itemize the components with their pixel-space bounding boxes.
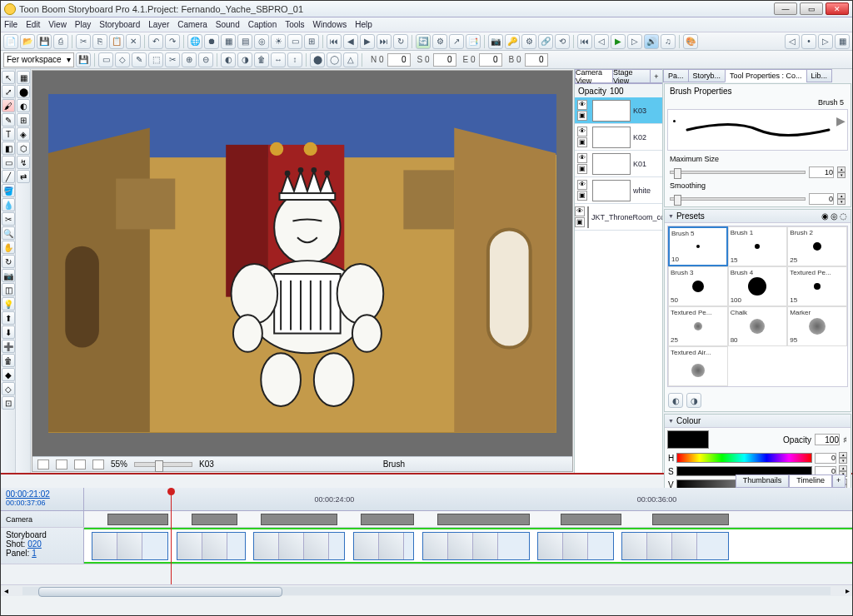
maxsize-input[interactable]: [809, 166, 834, 178]
tool-d-icon[interactable]: ⬚: [148, 52, 163, 67]
nav-right-icon[interactable]: ▷: [818, 34, 833, 49]
aux-b-icon[interactable]: ⬤: [17, 85, 30, 98]
tab-camera-view[interactable]: Camera View: [575, 69, 613, 83]
col-opacity-input[interactable]: [815, 434, 840, 445]
visibility-icon[interactable]: 👁: [577, 100, 587, 110]
print-icon[interactable]: ⎙: [53, 34, 68, 49]
menu-windows[interactable]: Windows: [313, 20, 347, 29]
coord-e-input[interactable]: 0: [479, 53, 502, 67]
brush-preset[interactable]: Marker95: [787, 306, 847, 346]
menu-camera[interactable]: Camera: [177, 20, 207, 29]
menu-tools[interactable]: Tools: [285, 20, 304, 29]
tool-a-icon[interactable]: ▭: [98, 52, 113, 67]
layer-prev-icon[interactable]: ⬆: [2, 311, 15, 325]
tab-thumbnails[interactable]: Thumbnails: [736, 474, 790, 488]
storyboard-track-content[interactable]: [84, 528, 852, 564]
nav-grid-icon[interactable]: ▦: [835, 34, 850, 49]
brush-preset[interactable]: Chalk80: [728, 306, 788, 346]
copy-icon[interactable]: ⎘: [92, 34, 107, 49]
pencil-tool-icon[interactable]: ✎: [2, 113, 15, 127]
del-layer-icon[interactable]: 🗑: [2, 354, 15, 367]
preset-opt-b-icon[interactable]: ◑: [686, 393, 701, 408]
smooth-up-icon[interactable]: ▴: [837, 193, 846, 199]
menu-layer[interactable]: Layer: [148, 20, 169, 29]
tab-library[interactable]: Lib...: [806, 69, 833, 82]
tab-stage-view[interactable]: Stage View: [612, 69, 651, 83]
misc-a-icon[interactable]: ◆: [2, 368, 15, 381]
brush-preset[interactable]: Textured Pe...25: [668, 306, 728, 346]
page-icon[interactable]: 📑: [466, 34, 481, 49]
layer-row[interactable]: 👁▣K01: [575, 151, 662, 177]
prev-icon[interactable]: ◀: [343, 34, 358, 49]
key-icon[interactable]: 🔑: [505, 34, 520, 49]
sync-icon[interactable]: ⟲: [555, 34, 570, 49]
nav-left-icon[interactable]: ◁: [785, 34, 800, 49]
panel-icon[interactable]: ▭: [287, 34, 302, 49]
tool-c-icon[interactable]: ✎: [132, 52, 147, 67]
panel-link[interactable]: 1: [32, 549, 37, 558]
playback-icon[interactable]: ▶: [611, 34, 626, 49]
time-ruler[interactable]: 00:00:24:00 00:00:36:00: [84, 488, 852, 510]
brush-preset[interactable]: Brush 350: [668, 266, 728, 306]
transform-tool-icon[interactable]: ⤢: [2, 85, 15, 98]
link-icon[interactable]: 🔗: [538, 34, 553, 49]
preset-opt-a-icon[interactable]: ◐: [668, 393, 683, 408]
maximize-button[interactable]: ▭: [800, 2, 823, 15]
loop-icon[interactable]: ↻: [393, 34, 408, 49]
preset-new-icon[interactable]: ◉: [821, 211, 829, 221]
line-tool-icon[interactable]: ╱: [2, 170, 15, 183]
visibility-icon[interactable]: 👁: [577, 127, 587, 137]
open-icon[interactable]: 📂: [20, 34, 35, 49]
menu-sound[interactable]: Sound: [216, 20, 240, 29]
paint-tool-icon[interactable]: 🪣: [2, 184, 15, 197]
tab-add-icon[interactable]: +: [650, 69, 663, 83]
tool-l-icon[interactable]: ↕: [287, 52, 302, 67]
hue-slider[interactable]: [676, 453, 812, 463]
gear-icon[interactable]: ⚙: [521, 34, 536, 49]
coord-b-input[interactable]: 0: [525, 53, 548, 67]
playhead[interactable]: [171, 488, 172, 584]
camera-view-canvas[interactable]: [32, 71, 572, 456]
tool-e-icon[interactable]: ✂: [165, 52, 180, 67]
text-tool-icon[interactable]: T: [2, 127, 15, 141]
settings-icon[interactable]: ⚙: [432, 34, 447, 49]
tool-o-icon[interactable]: △: [343, 52, 358, 67]
layer-next-icon[interactable]: ⬇: [2, 325, 15, 339]
maxsize-slider[interactable]: [670, 171, 806, 174]
tool-j-icon[interactable]: 🗑: [254, 52, 269, 67]
lock-icon[interactable]: ▣: [577, 111, 587, 121]
rotate-tool-icon[interactable]: ↻: [2, 255, 15, 268]
redo-icon[interactable]: ↷: [165, 34, 180, 49]
nav-dot-icon[interactable]: •: [801, 34, 816, 49]
preset-dup-icon[interactable]: ◎: [831, 211, 838, 221]
light-tool-icon[interactable]: 💡: [2, 297, 15, 310]
play-icon[interactable]: ▶: [360, 34, 375, 49]
visibility-icon[interactable]: 👁: [577, 153, 587, 163]
split-icon[interactable]: ⊞: [304, 34, 319, 49]
coord-n-input[interactable]: 0: [387, 53, 411, 67]
save-icon[interactable]: 💾: [37, 34, 52, 49]
cut-icon[interactable]: ✂: [76, 34, 91, 49]
tab-tl-add-icon[interactable]: +: [832, 474, 846, 488]
tab-storyboard[interactable]: Storyb...: [688, 69, 726, 82]
misc-b-icon[interactable]: ◇: [2, 382, 15, 395]
tool-m-icon[interactable]: ⬤: [310, 52, 325, 67]
timeline-scrollbar[interactable]: ◂ ▸: [1, 584, 852, 596]
brush-preset[interactable]: Brush 225: [787, 226, 847, 266]
eraser-tool-icon[interactable]: ◧: [2, 142, 15, 155]
brush-tool-icon[interactable]: 🖌: [2, 99, 15, 112]
delete-icon[interactable]: ✕: [126, 34, 141, 49]
first-icon[interactable]: ⏮: [327, 34, 342, 49]
aux-h-icon[interactable]: ⇄: [17, 170, 30, 183]
menu-view[interactable]: View: [48, 20, 67, 29]
tab-panel[interactable]: Pa...: [663, 69, 689, 82]
rect-tool-icon[interactable]: ▭: [2, 156, 15, 169]
menu-file[interactable]: File: [4, 20, 17, 29]
tab-tool-properties[interactable]: Tool Properties : Co...: [725, 69, 807, 82]
layer-row[interactable]: 👁▣JKT_ThroneRoom_com: [575, 204, 662, 231]
shot-link[interactable]: 020: [27, 539, 42, 549]
maxsize-down-icon[interactable]: ▾: [837, 172, 846, 178]
export-icon[interactable]: ↗: [449, 34, 464, 49]
lock-icon[interactable]: ▣: [577, 137, 587, 147]
view-mode-c-icon[interactable]: [74, 460, 86, 469]
